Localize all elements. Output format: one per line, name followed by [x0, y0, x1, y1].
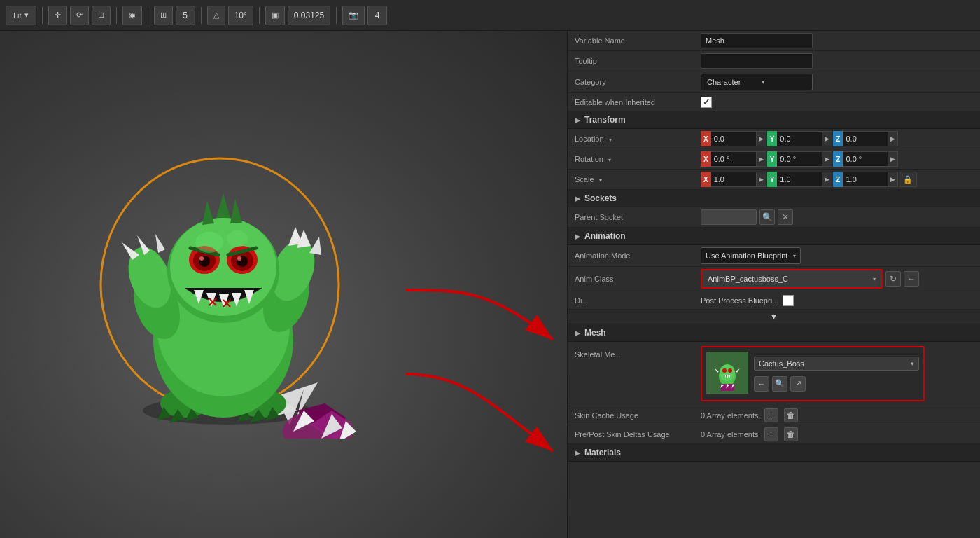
svg-marker-52: [216, 193, 230, 218]
anim-class-dropdown[interactable]: AnimBP_cactusboss_C ▾: [701, 269, 883, 289]
lit-label: Lit: [13, 11, 22, 20]
skin-cache-value: 0 Array elements: [701, 411, 759, 420]
anim-class-chevron-icon: ▾: [873, 276, 876, 282]
skeletal-mesh-name-dropdown[interactable]: Cactus_Boss ▾: [754, 357, 919, 371]
scale-y-item: Y ▶: [767, 172, 833, 187]
location-x-input[interactable]: [711, 131, 757, 146]
parent-socket-label: Parent Socket: [575, 213, 701, 221]
rotation-z-arrow[interactable]: ▶: [888, 151, 898, 167]
scale-snap-icon[interactable]: ▣: [265, 6, 285, 25]
animation-section-label: Animation: [584, 231, 626, 241]
rotation-xyz-group: X ▶ Y ▶ Z ▶: [701, 151, 898, 167]
scale-z-item: Z ▶: [833, 172, 898, 187]
category-dropdown[interactable]: Character ▾: [701, 74, 813, 90]
expand-section[interactable]: ▼: [568, 310, 980, 324]
toolbar: Lit ▾ ✛ ⟳ ⊞ ◉ ⊞ 5 △ 10° ▣ 0.03125 📷 4: [0, 0, 980, 31]
skin-cache-row: Skin Cache Usage 0 Array elements + 🗑: [568, 406, 980, 425]
animation-mode-dropdown[interactable]: Use Animation Blueprint ▾: [701, 247, 801, 264]
scale-label: Scale ▾: [575, 175, 701, 184]
camera-button[interactable]: 📷: [342, 6, 365, 25]
rotation-y-arrow[interactable]: ▶: [822, 151, 832, 167]
category-chevron-icon: ▾: [762, 78, 765, 85]
skin-cache-delete-icon[interactable]: 🗑: [784, 408, 798, 422]
pre-post-skin-delete-icon[interactable]: 🗑: [784, 427, 798, 441]
animation-collapse-icon: ▶: [575, 233, 580, 240]
anim-class-reset-icon[interactable]: ↻: [886, 271, 901, 287]
svg-point-62: [722, 368, 727, 373]
mesh-section-header[interactable]: ▶ Mesh: [568, 324, 980, 342]
variable-name-input[interactable]: [701, 33, 813, 48]
rotation-x-arrow[interactable]: ▶: [757, 151, 766, 167]
scale-snap-value[interactable]: 0.03125: [288, 6, 330, 25]
rotation-x-label: X: [701, 151, 711, 167]
grid-size-value[interactable]: 5: [176, 6, 195, 25]
skin-cache-add-icon[interactable]: +: [764, 408, 778, 422]
svg-point-56: [227, 230, 248, 247]
skeletal-mesh-back-icon[interactable]: ←: [754, 376, 769, 392]
anim-class-row: Anim Class AnimBP_cactusboss_C ▾ ↻ ←: [568, 267, 980, 291]
location-x-arrow[interactable]: ▶: [757, 131, 766, 146]
translate-button[interactable]: ✛: [48, 6, 67, 25]
post-process-checkbox[interactable]: [783, 295, 794, 306]
angle-value[interactable]: 10°: [228, 6, 253, 25]
mesh-thumbnail-svg: [706, 352, 748, 394]
svg-point-41: [200, 256, 204, 261]
sockets-section-header[interactable]: ▶ Sockets: [568, 190, 980, 207]
scale-y-label: Y: [767, 172, 778, 187]
parent-socket-search-icon[interactable]: 🔍: [760, 209, 775, 225]
viewport[interactable]: [0, 31, 567, 538]
scale-y-arrow[interactable]: ▶: [822, 172, 832, 187]
skeletal-mesh-action-icons: ← 🔍 ↗: [754, 376, 919, 392]
pre-post-skin-add-icon[interactable]: +: [764, 427, 778, 441]
skeletal-mesh-search-icon[interactable]: 🔍: [772, 376, 788, 392]
mesh-section-label: Mesh: [584, 328, 606, 338]
separator-6: [336, 7, 337, 24]
tooltip-label: Tooltip: [575, 57, 701, 65]
skeletal-mesh-open-icon[interactable]: ↗: [790, 376, 806, 392]
scale-dropdown-icon[interactable]: ▾: [599, 177, 602, 184]
lit-button[interactable]: Lit ▾: [6, 6, 36, 25]
scale-button[interactable]: ⊞: [92, 6, 111, 25]
rotate-button[interactable]: ⟳: [70, 6, 89, 25]
angle-icon[interactable]: △: [207, 6, 225, 25]
mesh-collapse-icon: ▶: [575, 329, 580, 337]
skeletal-mesh-name: Cactus_Boss: [759, 359, 804, 368]
anim-class-nav-icon[interactable]: ←: [904, 271, 919, 287]
scale-y-input[interactable]: [777, 172, 822, 187]
scale-z-input[interactable]: [843, 172, 888, 187]
scale-x-arrow[interactable]: ▶: [757, 172, 766, 187]
parent-socket-input-field[interactable]: [701, 209, 757, 225]
editable-inherited-row: Editable when Inherited: [568, 93, 980, 111]
camera-speed[interactable]: 4: [368, 6, 387, 25]
post-process-row: Di... Post Process Bluepri...: [568, 291, 980, 310]
rotation-y-input[interactable]: [777, 151, 822, 167]
rotation-dropdown-icon[interactable]: ▾: [608, 157, 611, 163]
location-dropdown-icon[interactable]: ▾: [609, 137, 612, 143]
separator-5: [259, 7, 260, 24]
world-button[interactable]: ◉: [122, 6, 142, 25]
tooltip-input[interactable]: [701, 53, 813, 69]
pre-post-skin-row: Pre/Post Skin Deltas Usage 0 Array eleme…: [568, 425, 980, 444]
separator-4: [201, 7, 202, 24]
editable-inherited-checkbox[interactable]: [701, 97, 712, 108]
animation-section-header[interactable]: ▶ Animation: [568, 228, 980, 245]
animation-mode-value: Use Animation Blueprint: [706, 251, 788, 260]
scale-x-input[interactable]: [711, 172, 757, 187]
scale-z-arrow[interactable]: ▶: [888, 172, 898, 187]
rotation-z-input[interactable]: [843, 151, 888, 167]
scale-lock-icon[interactable]: 🔒: [899, 172, 917, 187]
skin-cache-label: Skin Cache Usage: [575, 411, 701, 420]
scale-row: Scale ▾ X ▶ Y ▶ Z ▶ 🔒: [568, 170, 980, 190]
transform-section-header[interactable]: ▶ Transform: [568, 111, 980, 129]
rotation-x-input[interactable]: [711, 151, 757, 167]
grid-snap-button[interactable]: ⊞: [154, 6, 173, 25]
materials-section-header[interactable]: ▶ Materials: [568, 444, 980, 462]
skeletal-mesh-row: Skeletal Me...: [568, 342, 980, 406]
location-z-input[interactable]: [843, 131, 888, 146]
parent-socket-clear-icon[interactable]: ✕: [778, 209, 793, 225]
monster-character: [80, 130, 374, 439]
location-y-input[interactable]: [777, 131, 822, 146]
editable-inherited-label: Editable when Inherited: [575, 98, 701, 106]
location-y-arrow[interactable]: ▶: [822, 131, 832, 146]
location-z-arrow[interactable]: ▶: [888, 131, 898, 146]
